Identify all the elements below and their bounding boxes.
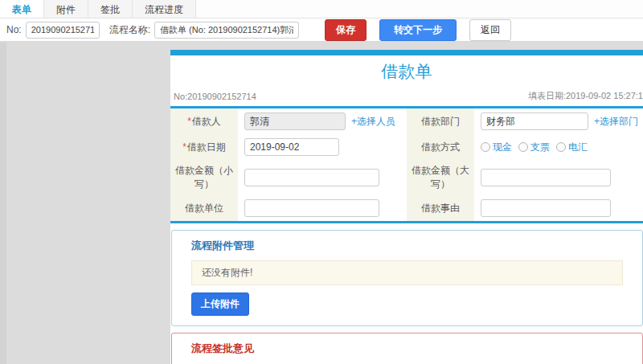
select-person-link[interactable]: +选择人员 [351, 115, 395, 129]
fill-date: 填表日期:2019-09-02 15:27:1 [528, 90, 643, 102]
no-attachments-message: 还没有附件! [191, 260, 623, 285]
department-label: 借款部门 [407, 108, 474, 134]
document-no: No:20190902152714 [174, 92, 256, 101]
loan-form: *借款人 +选择人员 借款部门 +选择部门 *借款日期 借款方式 现金 支票 电… [170, 108, 643, 223]
attachments-heading: 流程附件管理 [191, 239, 623, 253]
left-gutter [0, 43, 6, 364]
required-mark: * [182, 141, 186, 153]
borrower-field: +选择人员 [238, 108, 407, 134]
select-department-link[interactable]: +选择部门 [594, 115, 638, 129]
panel-accent-bar [170, 50, 643, 55]
department-input[interactable] [481, 112, 588, 130]
no-input[interactable] [26, 22, 100, 39]
unit-label: 借款单位 [170, 195, 238, 221]
reason-input[interactable] [481, 199, 611, 217]
amount-small-label: 借款金额（小写） [170, 160, 238, 195]
tab-attachments[interactable]: 附件 [44, 0, 88, 18]
tab-bar: 表单 附件 签批 流程进度 [0, 0, 643, 18]
radio-circle-icon [481, 142, 490, 152]
tab-approval[interactable]: 签批 [88, 0, 133, 18]
process-name-label: 流程名称: [109, 23, 150, 37]
amount-big-label: 借款金额（大写） [407, 160, 474, 195]
save-button[interactable]: 保存 [325, 19, 367, 41]
required-mark: * [187, 116, 191, 127]
reason-field [474, 195, 643, 221]
page-title: 借款单 [170, 55, 643, 86]
action-toolbar: No: 流程名称: 保存 转交下一步 返回 [0, 18, 643, 42]
amount-big-field [474, 160, 643, 195]
approval-heading: 流程签批意见 [191, 342, 623, 356]
method-field: 现金 支票 电汇 [474, 134, 643, 160]
document-meta-bar: No:20190902152714 填表日期:2019-09-02 15:27:… [170, 86, 643, 108]
reason-label: 借款事由 [407, 195, 474, 221]
borrower-input[interactable] [244, 112, 346, 130]
approval-section: 流程签批意见 B I abc [171, 333, 643, 364]
amount-small-field [238, 160, 407, 195]
department-field: +选择部门 [474, 108, 643, 134]
radio-cheque[interactable]: 支票 [518, 141, 550, 154]
no-label: No: [6, 24, 22, 35]
unit-field [238, 195, 407, 221]
back-button[interactable]: 返回 [469, 19, 511, 41]
amount-small-input[interactable] [244, 169, 379, 186]
radio-wire[interactable]: 电汇 [556, 141, 588, 154]
borrow-date-field [238, 134, 407, 160]
radio-cash[interactable]: 现金 [481, 141, 512, 154]
form-panel: 借款单 No:20190902152714 填表日期:2019-09-02 15… [170, 50, 643, 364]
tab-progress[interactable]: 流程进度 [133, 0, 196, 18]
tab-form[interactable]: 表单 [0, 0, 44, 18]
borrower-label: *借款人 [170, 108, 238, 134]
upload-attachment-button[interactable]: 上传附件 [191, 292, 249, 316]
radio-circle-icon [556, 142, 566, 152]
method-label: 借款方式 [407, 134, 474, 160]
radio-circle-icon [518, 142, 528, 152]
attachments-section: 流程附件管理 还没有附件! 上传附件 [171, 230, 643, 326]
amount-big-input[interactable] [481, 169, 611, 186]
method-options: 现金 支票 电汇 [481, 141, 588, 154]
next-step-button[interactable]: 转交下一步 [379, 19, 457, 41]
borrow-date-input[interactable] [244, 138, 339, 156]
borrow-date-label: *借款日期 [170, 134, 238, 160]
process-name-input[interactable] [154, 22, 299, 39]
unit-input[interactable] [244, 199, 379, 217]
